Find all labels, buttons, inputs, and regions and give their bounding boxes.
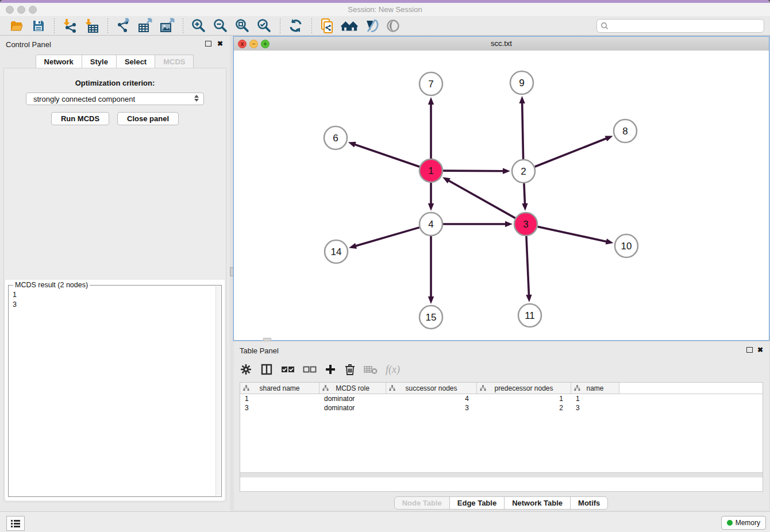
criterion-dropdown[interactable]: strongly connected component [26, 92, 204, 105]
edge-4-3[interactable] [443, 221, 513, 227]
status-bar: Memory [0, 511, 770, 532]
column-header-successor-nodes[interactable]: successor nodes [386, 383, 477, 394]
network-window-title: scc.txt [234, 39, 769, 48]
copy-network-button[interactable] [319, 18, 336, 34]
save-session-button[interactable] [30, 18, 47, 34]
eye-button[interactable] [384, 18, 402, 34]
zoom-fit-button[interactable] [234, 18, 251, 34]
split-columns-button[interactable] [260, 362, 273, 377]
column-header-MCDS-role[interactable]: MCDS role [319, 383, 386, 394]
node-table[interactable]: shared nameMCDS rolesuccessor nodesprede… [240, 382, 763, 492]
column-header-shared-name[interactable]: shared name [240, 383, 319, 394]
table-cell[interactable]: 1 [571, 394, 619, 403]
mcds-result-lines[interactable]: 1 3 [9, 290, 215, 310]
graph-node-7[interactable]: 7 [419, 72, 442, 95]
list-icon [10, 519, 21, 527]
close-panel-icon[interactable]: ✖ [217, 40, 223, 48]
task-history-button[interactable] [6, 516, 25, 531]
select-all-columns-button[interactable] [281, 362, 295, 377]
table-cell[interactable]: 3 [571, 403, 619, 413]
edge-3-10[interactable] [538, 226, 614, 244]
horizontal-splitter-grip[interactable] [263, 338, 271, 341]
edge-1-6[interactable] [348, 142, 419, 167]
houses-button[interactable] [341, 18, 358, 34]
column-header-predecessor-nodes[interactable]: predecessor nodes [477, 383, 571, 394]
result-scrollbar[interactable] [215, 286, 221, 496]
tab-network-table[interactable]: Network Table [504, 496, 571, 510]
graph-node-11[interactable]: 11 [518, 304, 541, 327]
table-cell[interactable]: 1 [240, 394, 319, 403]
svg-text:10: 10 [621, 241, 632, 252]
mcds-result-line: 1 [9, 290, 215, 300]
table-row[interactable]: 3dominator323 [240, 403, 763, 413]
float-panel-icon[interactable] [205, 41, 211, 47]
delete-column-button[interactable] [344, 362, 356, 377]
tab-motifs[interactable]: Motifs [570, 496, 608, 510]
close-panel-button[interactable]: Close panel [117, 112, 179, 125]
table-row[interactable]: 1dominator411 [240, 394, 763, 403]
float-panel-icon[interactable] [746, 347, 753, 353]
table-cell[interactable]: 2 [477, 403, 571, 413]
run-mcds-button[interactable]: Run MCDS [51, 112, 109, 125]
column-header-name[interactable]: name [571, 383, 619, 394]
splitter-grip[interactable] [230, 267, 234, 276]
graph-node-10[interactable]: 10 [615, 234, 638, 257]
network-canvas[interactable]: 7968124314101511 [234, 51, 769, 340]
table-cell[interactable]: 4 [386, 394, 477, 403]
search-input[interactable] [596, 19, 764, 33]
edge-2-3[interactable] [522, 183, 528, 211]
tab-style[interactable]: Style [82, 55, 117, 69]
toolbar-separator [183, 18, 183, 33]
graph-node-14[interactable]: 14 [325, 240, 348, 263]
edge-3-11[interactable] [526, 236, 532, 302]
table-cell[interactable]: 3 [386, 403, 477, 413]
export-table-button[interactable] [137, 18, 154, 34]
import-network-button[interactable] [61, 18, 79, 34]
graph-node-8[interactable]: 8 [614, 119, 637, 142]
zoom-selected-button[interactable] [256, 18, 273, 34]
tab-node-table[interactable]: Node Table [394, 496, 450, 510]
graph-node-15[interactable]: 15 [419, 306, 442, 329]
tab-edge-table[interactable]: Edge Table [449, 496, 505, 510]
zoom-in-button[interactable] [190, 18, 207, 34]
graph-node-9[interactable]: 9 [510, 71, 533, 94]
close-panel-icon[interactable]: ✖ [757, 346, 763, 354]
edge-3-1[interactable] [442, 177, 515, 218]
graph-node-3[interactable]: 3 [514, 213, 537, 236]
edge-4-15[interactable] [428, 236, 434, 304]
arrowhead-icon [505, 221, 513, 227]
tab-select[interactable]: Select [116, 55, 155, 69]
open-session-button[interactable] [8, 18, 25, 34]
table-panel-tabs: Node Table Edge Table Network Table Moti… [234, 496, 769, 510]
table-cell[interactable]: dominator [319, 403, 386, 413]
export-network-button[interactable] [115, 18, 132, 34]
table-cell[interactable]: 3 [240, 403, 319, 413]
table-cell[interactable]: 1 [477, 394, 571, 403]
deselect-all-columns-button[interactable] [303, 362, 317, 377]
graph-node-6[interactable]: 6 [324, 126, 347, 149]
vertical-splitter[interactable] [230, 36, 234, 511]
edge-1-4[interactable] [428, 183, 434, 211]
tab-mcds[interactable]: MCDS [155, 55, 194, 69]
network-window-titlebar[interactable]: x – + scc.txt [234, 37, 769, 51]
table-settings-button[interactable] [240, 362, 252, 377]
edge-2-8[interactable] [535, 136, 613, 167]
edge-1-2[interactable] [443, 168, 510, 174]
edge-4-14[interactable] [349, 228, 419, 249]
export-image-button[interactable] [159, 18, 176, 34]
graph-node-2[interactable]: 2 [512, 160, 535, 183]
mcds-tab-content: Optimization criterion: strongly connect… [3, 68, 226, 502]
graph-node-1[interactable]: 1 [419, 159, 442, 182]
table-bottom-strip [240, 472, 763, 477]
refresh-layout-button[interactable] [287, 18, 305, 34]
edge-1-7[interactable] [428, 97, 434, 159]
zoom-out-button[interactable] [212, 18, 229, 34]
import-table-button[interactable] [83, 18, 101, 34]
edge-2-9[interactable] [519, 96, 525, 159]
graph-node-4[interactable]: 4 [419, 213, 442, 236]
memory-button[interactable]: Memory [721, 516, 766, 530]
table-cell[interactable]: dominator [319, 394, 386, 403]
style-badge-button[interactable] [363, 18, 380, 34]
tab-network[interactable]: Network [36, 55, 82, 69]
add-column-button[interactable] [325, 362, 336, 377]
